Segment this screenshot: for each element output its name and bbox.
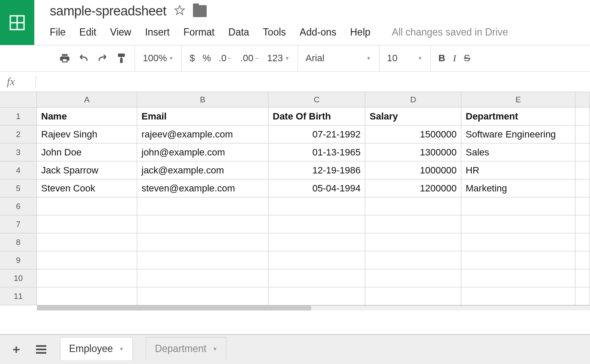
paint-format-icon[interactable] (116, 53, 127, 64)
cell[interactable] (575, 269, 590, 287)
cell[interactable]: 1500000 (365, 125, 461, 143)
cell[interactable] (461, 233, 575, 251)
row-header[interactable]: 2 (0, 125, 37, 143)
cell[interactable] (268, 233, 365, 251)
cell[interactable] (37, 197, 137, 215)
menu-data[interactable]: Data (229, 27, 250, 38)
row-header[interactable]: 3 (0, 143, 37, 161)
menu-file[interactable]: File (50, 27, 66, 38)
increase-decimal-button[interactable]: .00→ (240, 53, 259, 64)
sheet-tab-active[interactable]: Employee ▼ (60, 337, 133, 360)
cell[interactable] (37, 287, 137, 305)
cell[interactable]: HR (461, 161, 575, 179)
currency-format-button[interactable]: $ (190, 53, 195, 64)
cell[interactable]: Jack Sparrow (37, 161, 137, 179)
cell[interactable]: 07-21-1992 (268, 125, 365, 143)
cell[interactable] (268, 251, 365, 269)
cell[interactable] (461, 287, 575, 305)
cell[interactable] (268, 269, 365, 287)
cell[interactable] (365, 251, 461, 269)
cell[interactable] (575, 161, 590, 179)
cell[interactable]: 05-04-1994 (268, 179, 365, 197)
cell[interactable]: rajeev@example.com (137, 125, 268, 143)
menu-addons[interactable]: Add-ons (300, 27, 337, 38)
sheets-logo[interactable] (0, 0, 34, 45)
cell[interactable] (37, 215, 137, 233)
cell[interactable]: 12-19-1986 (268, 161, 365, 179)
document-title[interactable]: sample-spreadsheet (50, 3, 166, 19)
cell[interactable]: Software Engineering (461, 125, 575, 143)
row-header[interactable]: 4 (0, 161, 37, 179)
cell[interactable] (268, 197, 365, 215)
cell[interactable]: Date Of Birth (268, 107, 365, 125)
column-header[interactable]: E (461, 92, 575, 107)
cell[interactable] (575, 215, 590, 233)
cell[interactable]: Rajeev Singh (37, 125, 137, 143)
cell[interactable] (365, 233, 461, 251)
print-icon[interactable] (59, 53, 70, 64)
cell[interactable] (137, 215, 268, 233)
cell[interactable]: Marketing (461, 179, 575, 197)
font-size-dropdown[interactable]: 10 ▼ (387, 53, 423, 64)
column-header[interactable]: B (137, 92, 268, 107)
cell[interactable] (575, 143, 590, 161)
row-header[interactable]: 6 (0, 197, 37, 215)
sheet-tab-inactive[interactable]: Department ▼ (146, 337, 226, 360)
redo-icon[interactable] (97, 53, 108, 64)
menu-edit[interactable]: Edit (79, 27, 96, 38)
formula-bar[interactable]: fx (0, 72, 590, 92)
cell[interactable] (37, 251, 137, 269)
cell[interactable]: jack@example.com (137, 161, 268, 179)
cell[interactable]: 01-13-1965 (268, 143, 365, 161)
row-header[interactable]: 9 (0, 251, 37, 269)
cell[interactable] (268, 287, 365, 305)
cell[interactable] (575, 233, 590, 251)
add-sheet-button[interactable]: + (10, 343, 22, 355)
cell[interactable] (461, 269, 575, 287)
row-header[interactable]: 10 (0, 269, 37, 287)
cell[interactable] (461, 215, 575, 233)
font-dropdown[interactable]: Arial ▼ (306, 53, 371, 64)
column-header[interactable]: D (365, 92, 461, 107)
undo-icon[interactable] (78, 53, 89, 64)
cell[interactable] (461, 251, 575, 269)
cell[interactable] (365, 197, 461, 215)
row-header[interactable]: 8 (0, 233, 37, 251)
cell[interactable] (137, 251, 268, 269)
zoom-dropdown[interactable]: 100% ▼ (143, 53, 174, 64)
column-header[interactable]: A (37, 92, 137, 107)
cell[interactable]: 1200000 (365, 179, 461, 197)
cell[interactable] (37, 233, 137, 251)
cell[interactable] (461, 197, 575, 215)
menu-tools[interactable]: Tools (263, 27, 286, 38)
cell[interactable] (575, 251, 590, 269)
scrollbar-thumb[interactable] (37, 306, 311, 310)
horizontal-scrollbar[interactable] (37, 305, 590, 310)
cell[interactable] (137, 197, 268, 215)
cell[interactable]: Steven Cook (37, 179, 137, 197)
bold-button[interactable]: B (439, 53, 446, 64)
cell[interactable] (365, 215, 461, 233)
cell[interactable] (575, 179, 590, 197)
cell[interactable] (137, 269, 268, 287)
menu-view[interactable]: View (110, 27, 131, 38)
cell[interactable]: 1300000 (365, 143, 461, 161)
column-header[interactable]: C (268, 92, 365, 107)
percent-format-button[interactable]: % (202, 53, 211, 64)
cell[interactable]: Department (461, 107, 575, 125)
cell[interactable]: john@example.com (137, 143, 268, 161)
select-all-corner[interactable] (0, 92, 37, 107)
cell[interactable]: 1000000 (365, 161, 461, 179)
row-header[interactable]: 7 (0, 215, 37, 233)
cell[interactable]: Email (137, 107, 268, 125)
all-sheets-button[interactable] (35, 343, 47, 355)
cell[interactable] (37, 269, 137, 287)
folder-icon[interactable] (193, 5, 207, 17)
cell[interactable]: John Doe (37, 143, 137, 161)
decrease-decimal-button[interactable]: .0← (219, 53, 232, 64)
number-format-dropdown[interactable]: 123 ▼ (267, 53, 290, 64)
cell[interactable]: Sales (461, 143, 575, 161)
row-header[interactable]: 11 (0, 287, 37, 305)
column-header[interactable] (575, 92, 590, 107)
cell[interactable] (137, 287, 268, 305)
